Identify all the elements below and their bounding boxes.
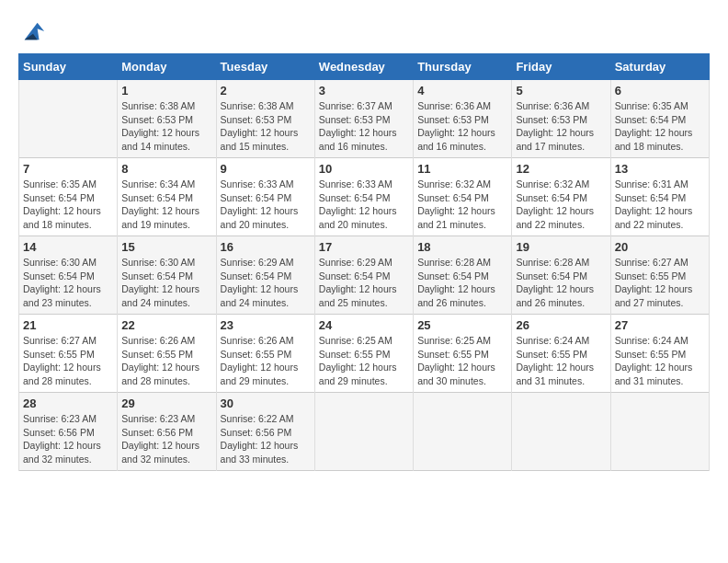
day-info: Sunrise: 6:25 AMSunset: 6:55 PMDaylight:…	[319, 334, 409, 388]
day-info: Sunrise: 6:36 AMSunset: 6:53 PMDaylight:…	[417, 99, 507, 154]
calendar-cell: 4Sunrise: 6:36 AMSunset: 6:53 PMDaylight…	[414, 80, 512, 158]
calendar-cell	[512, 393, 610, 471]
day-number: 2	[221, 84, 311, 98]
logo-icon	[20, 18, 46, 44]
day-header-tuesday: Tuesday	[216, 54, 314, 80]
calendar-cell: 11Sunrise: 6:32 AMSunset: 6:54 PMDayligh…	[414, 158, 512, 236]
calendar-cell	[414, 393, 512, 471]
calendar-cell: 30Sunrise: 6:22 AMSunset: 6:56 PMDayligh…	[216, 393, 314, 471]
calendar-cell: 18Sunrise: 6:28 AMSunset: 6:54 PMDayligh…	[414, 236, 512, 315]
day-number: 12	[516, 162, 606, 176]
calendar-cell: 29Sunrise: 6:23 AMSunset: 6:56 PMDayligh…	[118, 393, 216, 471]
calendar-cell: 12Sunrise: 6:32 AMSunset: 6:54 PMDayligh…	[512, 158, 610, 236]
day-number: 18	[417, 240, 507, 254]
calendar-cell: 2Sunrise: 6:38 AMSunset: 6:53 PMDaylight…	[216, 80, 314, 158]
day-header-monday: Monday	[118, 54, 216, 80]
day-number: 4	[417, 84, 507, 98]
day-info: Sunrise: 6:24 AMSunset: 6:55 PMDaylight:…	[516, 334, 606, 388]
day-number: 30	[221, 396, 311, 410]
day-header-saturday: Saturday	[610, 54, 709, 80]
calendar-cell	[19, 80, 118, 158]
day-info: Sunrise: 6:32 AMSunset: 6:54 PMDaylight:…	[516, 178, 606, 232]
day-number: 6	[615, 84, 705, 98]
day-info: Sunrise: 6:28 AMSunset: 6:54 PMDaylight:…	[516, 256, 606, 310]
calendar-cell	[610, 393, 709, 471]
day-info: Sunrise: 6:22 AMSunset: 6:56 PMDaylight:…	[221, 412, 311, 466]
calendar-cell: 9Sunrise: 6:33 AMSunset: 6:54 PMDaylight…	[216, 158, 314, 236]
logo	[18, 18, 46, 44]
day-number: 20	[615, 240, 705, 254]
calendar-cell: 21Sunrise: 6:27 AMSunset: 6:55 PMDayligh…	[19, 315, 118, 393]
day-info: Sunrise: 6:23 AMSunset: 6:56 PMDaylight:…	[23, 412, 113, 466]
day-number: 23	[221, 318, 311, 332]
day-info: Sunrise: 6:37 AMSunset: 6:53 PMDaylight:…	[319, 99, 409, 154]
day-number: 14	[23, 240, 113, 254]
calendar-week-row: 7Sunrise: 6:35 AMSunset: 6:54 PMDaylight…	[19, 158, 710, 236]
calendar-cell: 6Sunrise: 6:35 AMSunset: 6:54 PMDaylight…	[610, 80, 709, 158]
calendar-cell: 27Sunrise: 6:24 AMSunset: 6:55 PMDayligh…	[610, 315, 709, 393]
day-info: Sunrise: 6:32 AMSunset: 6:54 PMDaylight:…	[417, 178, 507, 232]
calendar-cell: 10Sunrise: 6:33 AMSunset: 6:54 PMDayligh…	[314, 158, 413, 236]
day-info: Sunrise: 6:33 AMSunset: 6:54 PMDaylight:…	[221, 178, 311, 232]
calendar-cell: 22Sunrise: 6:26 AMSunset: 6:55 PMDayligh…	[118, 315, 216, 393]
day-info: Sunrise: 6:34 AMSunset: 6:54 PMDaylight:…	[121, 178, 211, 232]
day-number: 9	[221, 162, 311, 176]
day-number: 13	[615, 162, 705, 176]
calendar-cell: 26Sunrise: 6:24 AMSunset: 6:55 PMDayligh…	[512, 315, 610, 393]
calendar-cell	[314, 393, 413, 471]
calendar-week-row: 1Sunrise: 6:38 AMSunset: 6:53 PMDaylight…	[19, 80, 710, 158]
day-info: Sunrise: 6:27 AMSunset: 6:55 PMDaylight:…	[23, 334, 113, 388]
calendar-week-row: 14Sunrise: 6:30 AMSunset: 6:54 PMDayligh…	[19, 236, 710, 315]
day-info: Sunrise: 6:35 AMSunset: 6:54 PMDaylight:…	[23, 178, 113, 232]
calendar-cell: 3Sunrise: 6:37 AMSunset: 6:53 PMDaylight…	[314, 80, 413, 158]
calendar-cell: 24Sunrise: 6:25 AMSunset: 6:55 PMDayligh…	[314, 315, 413, 393]
calendar-cell: 14Sunrise: 6:30 AMSunset: 6:54 PMDayligh…	[19, 236, 118, 315]
day-number: 7	[23, 162, 113, 176]
day-info: Sunrise: 6:24 AMSunset: 6:55 PMDaylight:…	[615, 334, 705, 388]
day-number: 15	[121, 240, 211, 254]
calendar-cell: 13Sunrise: 6:31 AMSunset: 6:54 PMDayligh…	[610, 158, 709, 236]
day-number: 28	[23, 396, 113, 410]
day-number: 16	[221, 240, 311, 254]
day-number: 25	[417, 318, 507, 332]
calendar-cell: 23Sunrise: 6:26 AMSunset: 6:55 PMDayligh…	[216, 315, 314, 393]
day-number: 1	[121, 84, 211, 98]
day-number: 21	[23, 318, 113, 332]
day-info: Sunrise: 6:28 AMSunset: 6:54 PMDaylight:…	[417, 256, 507, 310]
day-number: 8	[121, 162, 211, 176]
day-header-friday: Friday	[512, 54, 610, 80]
day-info: Sunrise: 6:26 AMSunset: 6:55 PMDaylight:…	[221, 334, 311, 388]
day-info: Sunrise: 6:25 AMSunset: 6:55 PMDaylight:…	[417, 334, 507, 388]
day-info: Sunrise: 6:31 AMSunset: 6:54 PMDaylight:…	[615, 178, 705, 232]
day-header-wednesday: Wednesday	[314, 54, 413, 80]
day-number: 3	[319, 84, 409, 98]
day-info: Sunrise: 6:26 AMSunset: 6:55 PMDaylight:…	[121, 334, 211, 388]
day-info: Sunrise: 6:38 AMSunset: 6:53 PMDaylight:…	[221, 99, 311, 154]
day-info: Sunrise: 6:23 AMSunset: 6:56 PMDaylight:…	[121, 412, 211, 466]
day-info: Sunrise: 6:29 AMSunset: 6:54 PMDaylight:…	[221, 256, 311, 310]
calendar-cell: 19Sunrise: 6:28 AMSunset: 6:54 PMDayligh…	[512, 236, 610, 315]
day-number: 17	[319, 240, 409, 254]
day-info: Sunrise: 6:29 AMSunset: 6:54 PMDaylight:…	[319, 256, 409, 310]
calendar-table: SundayMondayTuesdayWednesdayThursdayFrid…	[18, 53, 710, 471]
calendar-cell: 16Sunrise: 6:29 AMSunset: 6:54 PMDayligh…	[216, 236, 314, 315]
day-number: 22	[121, 318, 211, 332]
calendar-cell: 28Sunrise: 6:23 AMSunset: 6:56 PMDayligh…	[19, 393, 118, 471]
day-number: 29	[121, 396, 211, 410]
day-info: Sunrise: 6:30 AMSunset: 6:54 PMDaylight:…	[121, 256, 211, 310]
day-info: Sunrise: 6:30 AMSunset: 6:54 PMDaylight:…	[23, 256, 113, 310]
day-header-thursday: Thursday	[414, 54, 512, 80]
calendar-cell: 17Sunrise: 6:29 AMSunset: 6:54 PMDayligh…	[314, 236, 413, 315]
day-header-sunday: Sunday	[19, 54, 118, 80]
calendar-cell: 7Sunrise: 6:35 AMSunset: 6:54 PMDaylight…	[19, 158, 118, 236]
day-info: Sunrise: 6:36 AMSunset: 6:53 PMDaylight:…	[516, 99, 606, 154]
day-number: 24	[319, 318, 409, 332]
calendar-cell: 20Sunrise: 6:27 AMSunset: 6:55 PMDayligh…	[610, 236, 709, 315]
page-header	[18, 18, 710, 44]
calendar-cell: 25Sunrise: 6:25 AMSunset: 6:55 PMDayligh…	[414, 315, 512, 393]
day-info: Sunrise: 6:33 AMSunset: 6:54 PMDaylight:…	[319, 178, 409, 232]
calendar-cell: 1Sunrise: 6:38 AMSunset: 6:53 PMDaylight…	[118, 80, 216, 158]
day-number: 10	[319, 162, 409, 176]
day-number: 19	[516, 240, 606, 254]
day-info: Sunrise: 6:38 AMSunset: 6:53 PMDaylight:…	[121, 99, 211, 154]
